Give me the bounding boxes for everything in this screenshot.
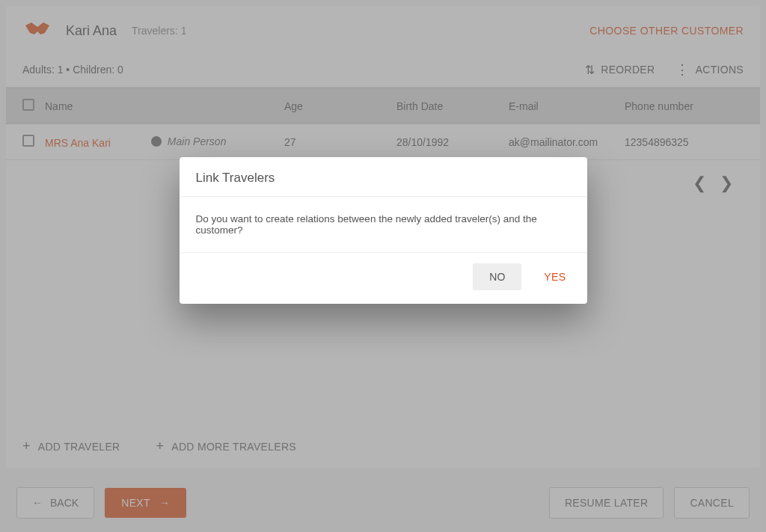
- link-travelers-dialog: Link Travelers Do you want to create rel…: [180, 157, 587, 304]
- dialog-no-button[interactable]: NO: [473, 263, 521, 290]
- dialog-title: Link Travelers: [180, 157, 587, 197]
- dialog-body: Do you want to create relations between …: [180, 197, 587, 253]
- modal-overlay[interactable]: Link Travelers Do you want to create rel…: [0, 0, 766, 532]
- dialog-actions: NO YES: [180, 253, 587, 304]
- dialog-yes-button[interactable]: YES: [539, 263, 570, 290]
